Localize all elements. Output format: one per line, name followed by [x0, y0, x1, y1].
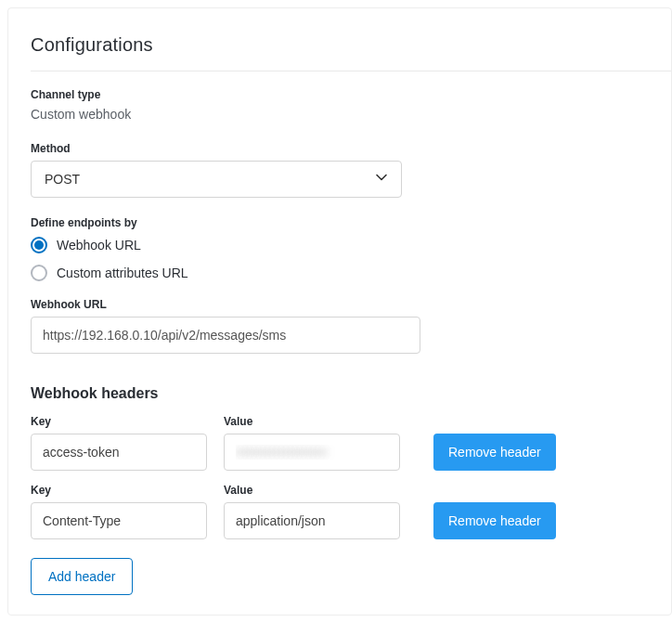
webhook-url-field: Webhook URL: [31, 298, 671, 354]
remove-header-button[interactable]: Remove header: [433, 434, 556, 471]
header-key-input[interactable]: [31, 434, 207, 471]
webhook-url-label: Webhook URL: [31, 298, 671, 311]
header-value-label: Value: [224, 415, 400, 428]
divider: [31, 71, 671, 71]
webhook-url-input[interactable]: [31, 317, 420, 354]
endpoint-label: Define endpoints by: [31, 216, 671, 229]
method-select[interactable]: POST: [31, 161, 402, 198]
add-header-button[interactable]: Add header: [31, 558, 133, 595]
channel-type-label: Channel type: [31, 88, 671, 101]
header-row: Key Value Remove header: [31, 484, 671, 539]
header-key-input[interactable]: [31, 502, 207, 539]
method-label: Method: [31, 142, 671, 155]
page-title: Configurations: [31, 34, 671, 56]
configurations-panel: Configurations Channel type Custom webho…: [7, 7, 672, 616]
channel-type-field: Channel type Custom webhook: [31, 88, 671, 122]
remove-header-button[interactable]: Remove header: [433, 502, 556, 539]
header-value-input[interactable]: [224, 434, 400, 471]
channel-type-value: Custom webhook: [31, 107, 671, 122]
webhook-headers-title: Webhook headers: [31, 385, 671, 402]
radio-webhook-url[interactable]: Webhook URL: [31, 237, 671, 253]
radio-label-webhook-url: Webhook URL: [57, 238, 141, 253]
method-field: Method POST: [31, 142, 671, 198]
radio-custom-attributes-url[interactable]: Custom attributes URL: [31, 265, 671, 281]
radio-icon-unchecked: [31, 265, 47, 281]
header-value-label: Value: [224, 484, 400, 497]
radio-icon-checked: [31, 237, 47, 253]
endpoint-type-field: Define endpoints by Webhook URL Custom a…: [31, 216, 671, 281]
header-value-input[interactable]: [224, 502, 400, 539]
radio-label-custom-attributes: Custom attributes URL: [57, 266, 188, 280]
header-key-label: Key: [31, 415, 207, 428]
header-row: Key Value Remove header: [31, 415, 671, 471]
header-key-label: Key: [31, 484, 207, 497]
